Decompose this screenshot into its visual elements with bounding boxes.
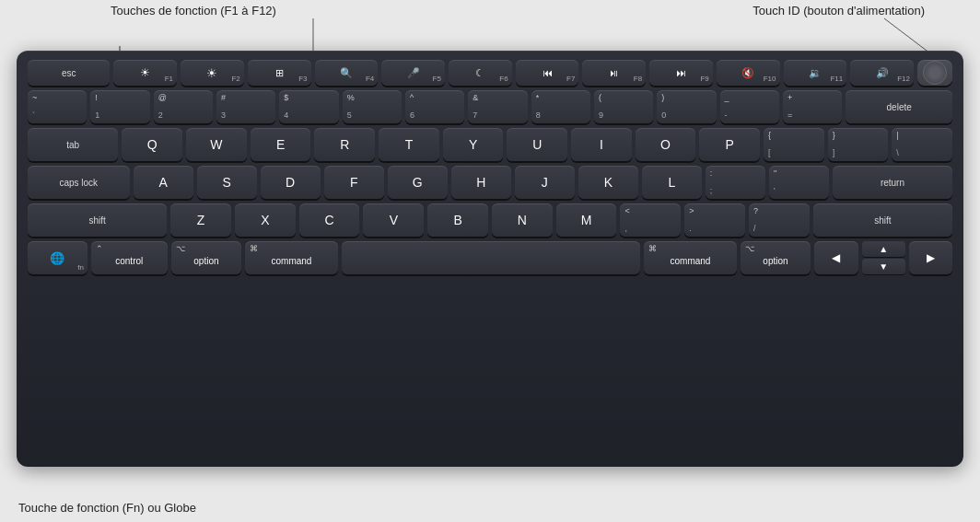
- key-k[interactable]: K: [578, 166, 638, 199]
- key-arrow-left[interactable]: ◀: [814, 241, 858, 274]
- key-f11[interactable]: 🔉 F11: [784, 60, 847, 86]
- key-bracket-open[interactable]: { [: [764, 128, 824, 161]
- svg-line-4: [884, 18, 930, 53]
- arrow-up-down-group: ▲ ▼: [862, 241, 905, 274]
- key-b[interactable]: B: [427, 203, 488, 237]
- key-semicolon[interactable]: : ;: [706, 166, 765, 199]
- key-h[interactable]: H: [451, 166, 511, 199]
- key-a[interactable]: A: [134, 166, 193, 199]
- key-shift-left[interactable]: shift: [28, 203, 167, 237]
- key-f9[interactable]: ⏭ F9: [649, 60, 713, 86]
- key-3[interactable]: # 3: [216, 90, 275, 123]
- key-delete[interactable]: delete: [846, 90, 952, 123]
- key-i[interactable]: I: [571, 128, 632, 161]
- key-f10[interactable]: 🔇 F10: [717, 60, 780, 86]
- key-u[interactable]: U: [507, 128, 567, 161]
- key-5[interactable]: % 5: [343, 90, 402, 123]
- key-touchid[interactable]: [917, 60, 952, 86]
- fn-key-row: esc ☀ F1 ☀ F2 ⊞ F3 🔍 F4 🎤 F5: [28, 60, 952, 86]
- key-backtick[interactable]: ~ `: [28, 90, 87, 123]
- key-s[interactable]: S: [197, 166, 257, 199]
- key-control[interactable]: ⌃ control: [91, 241, 168, 274]
- key-return[interactable]: return: [833, 166, 952, 199]
- key-n[interactable]: N: [492, 203, 553, 237]
- key-bracket-close[interactable]: } ]: [828, 128, 889, 161]
- key-t[interactable]: T: [379, 128, 439, 161]
- zxcv-key-row: shift Z X C V B N M < , > . ? / shift: [28, 203, 952, 237]
- bottom-key-row: 🌐 fn ⌃ control ⌥ option ⌘ command ⌘ comm…: [28, 241, 952, 274]
- asdf-key-row: caps lock A S D F G H J K L : ; " ' retu…: [28, 166, 952, 199]
- touchid-annotation: Touch ID (bouton d'alimentation): [752, 4, 925, 17]
- keyboard: esc ☀ F1 ☀ F2 ⊞ F3 🔍 F4 🎤 F5: [17, 51, 963, 467]
- key-option-right[interactable]: ⌥ option: [741, 241, 811, 274]
- key-f2[interactable]: ☀ F2: [181, 60, 244, 86]
- key-arrow-down[interactable]: ▼: [862, 259, 905, 274]
- key-o[interactable]: O: [636, 128, 696, 161]
- key-tab[interactable]: tab: [28, 128, 118, 161]
- key-e[interactable]: E: [251, 128, 311, 161]
- key-option-left[interactable]: ⌥ option: [171, 241, 242, 274]
- number-key-row: ~ ` ! 1 @ 2 # 3 $ 4 % 5: [28, 90, 952, 123]
- key-c[interactable]: C: [299, 203, 360, 237]
- key-j[interactable]: J: [515, 166, 575, 199]
- key-8[interactable]: * 8: [531, 90, 590, 123]
- key-arrow-up[interactable]: ▲: [862, 241, 905, 257]
- key-f8[interactable]: ⏯ F8: [582, 60, 646, 86]
- key-m[interactable]: M: [556, 203, 617, 237]
- key-f6[interactable]: ☾ F6: [449, 60, 512, 86]
- page-wrapper: Touches de fonction (F1 à F12) Touch ID …: [0, 0, 980, 522]
- key-arrow-right[interactable]: ▶: [909, 241, 952, 274]
- key-d[interactable]: D: [261, 166, 321, 199]
- key-g[interactable]: G: [388, 166, 448, 199]
- key-quote[interactable]: " ': [769, 166, 829, 199]
- key-shift-right[interactable]: shift: [813, 203, 952, 237]
- key-z[interactable]: Z: [170, 203, 231, 237]
- key-f7[interactable]: ⏮ F7: [516, 60, 579, 86]
- key-2[interactable]: @ 2: [154, 90, 213, 123]
- key-equals[interactable]: + =: [783, 90, 842, 123]
- key-command-left[interactable]: ⌘ command: [245, 241, 337, 274]
- key-9[interactable]: ( 9: [594, 90, 653, 123]
- key-p[interactable]: P: [699, 128, 760, 161]
- fn-globe-annotation: Touche de fonction (Fn) ou Globe: [18, 501, 196, 515]
- touchid-sensor: [923, 61, 947, 85]
- key-y[interactable]: Y: [443, 128, 504, 161]
- fkeys-annotation: Touches de fonction (F1 à F12): [111, 4, 276, 17]
- key-f3[interactable]: ⊞ F3: [248, 60, 311, 86]
- key-4[interactable]: $ 4: [279, 90, 338, 123]
- key-f12[interactable]: 🔊 F12: [850, 60, 914, 86]
- key-r[interactable]: R: [314, 128, 375, 161]
- key-0[interactable]: ) 0: [657, 90, 716, 123]
- key-slash[interactable]: ? /: [749, 203, 810, 237]
- key-period[interactable]: > .: [684, 203, 745, 237]
- key-q[interactable]: Q: [122, 128, 182, 161]
- key-esc[interactable]: esc: [28, 60, 110, 86]
- key-w[interactable]: W: [186, 128, 247, 161]
- key-capslock[interactable]: caps lock: [28, 166, 130, 199]
- key-minus[interactable]: _ -: [720, 90, 779, 123]
- key-f4[interactable]: 🔍 F4: [315, 60, 379, 86]
- key-6[interactable]: ^ 6: [405, 90, 464, 123]
- key-spacebar[interactable]: [342, 241, 641, 274]
- key-7[interactable]: & 7: [468, 90, 527, 123]
- key-fn-globe[interactable]: 🌐 fn: [28, 241, 88, 274]
- key-1[interactable]: ! 1: [90, 90, 149, 123]
- key-x[interactable]: X: [235, 203, 296, 237]
- key-l[interactable]: L: [642, 166, 702, 199]
- key-backslash[interactable]: | \: [892, 128, 952, 161]
- key-f1[interactable]: ☀ F1: [113, 60, 177, 86]
- key-f5[interactable]: 🎤 F5: [381, 60, 445, 86]
- key-f[interactable]: F: [324, 166, 384, 199]
- key-command-right[interactable]: ⌘ command: [644, 241, 736, 274]
- key-v[interactable]: V: [363, 203, 424, 237]
- key-comma[interactable]: < ,: [620, 203, 681, 237]
- qwerty-key-row: tab Q W E R T Y U I O P { [ } ] | \: [28, 128, 952, 161]
